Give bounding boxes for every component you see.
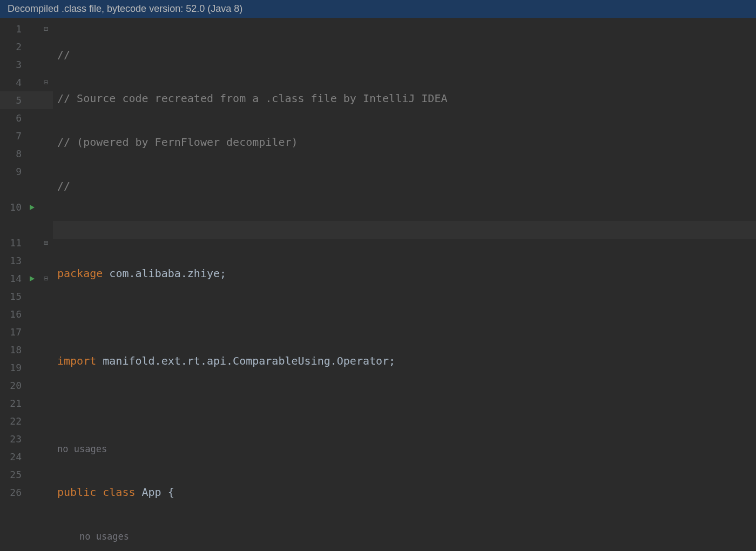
line-number: 4 — [0, 73, 25, 91]
code-line[interactable]: // Source code recreated from a .class f… — [53, 90, 756, 107]
code-line[interactable]: import manifold.ext.rt.api.ComparableUsi… — [53, 352, 756, 370]
line-number: 16 — [0, 305, 25, 323]
line-number: 14 — [0, 270, 25, 287]
line-number: 11 — [0, 234, 25, 252]
usage-inlay[interactable]: no usages — [53, 440, 756, 458]
line-number: 7 — [0, 127, 25, 145]
line-number: 24 — [0, 448, 25, 466]
line-number: 26 — [0, 483, 25, 501]
fold-toggle-icon[interactable]: ⊞ — [39, 234, 53, 252]
line-number-gutter: 1 2 3 4 5 6 7 8 9 10 11 13 14 15 16 17 1… — [0, 18, 25, 550]
line-number: 17 — [0, 323, 25, 341]
line-number: 22 — [0, 412, 25, 430]
svg-marker-1 — [30, 276, 35, 281]
line-number: 10 — [0, 198, 25, 216]
fold-toggle-icon[interactable]: ⊟ — [39, 270, 53, 287]
fold-gutter: ⊟ ⊟ ⊞ ⊟ — [39, 18, 53, 550]
line-number: 23 — [0, 430, 25, 448]
line-number: 13 — [0, 252, 25, 270]
line-number: 1 — [0, 20, 25, 38]
line-number: 20 — [0, 377, 25, 394]
line-number: 18 — [0, 341, 25, 359]
code-line[interactable]: // (powered by FernFlower decompiler) — [53, 133, 756, 151]
code-editor[interactable]: 1 2 3 4 5 6 7 8 9 10 11 13 14 15 16 17 1… — [0, 18, 756, 550]
code-line[interactable]: package com.alibaba.zhiye; — [53, 265, 756, 283]
line-number: 15 — [0, 287, 25, 305]
line-number: 21 — [0, 394, 25, 412]
run-icon[interactable] — [29, 276, 35, 282]
code-line[interactable] — [53, 396, 756, 414]
svg-marker-0 — [30, 205, 35, 210]
usage-inlay[interactable]: no usages — [53, 527, 756, 545]
code-area[interactable]: // // Source code recreated from a .clas… — [53, 18, 756, 550]
code-line[interactable]: public class App { — [53, 483, 756, 501]
code-line[interactable] — [53, 308, 756, 326]
line-number: 2 — [0, 38, 25, 56]
decompile-banner: Decompiled .class file, bytecode version… — [0, 0, 756, 18]
line-number: 25 — [0, 466, 25, 483]
fold-toggle-icon[interactable]: ⊟ — [39, 73, 53, 91]
run-icon[interactable] — [29, 204, 35, 211]
code-line[interactable]: // — [53, 46, 756, 64]
line-number: 3 — [0, 56, 25, 73]
code-line[interactable] — [53, 221, 756, 239]
line-number: 19 — [0, 359, 25, 377]
code-line[interactable]: // — [53, 177, 756, 195]
line-number: 5 — [0, 91, 25, 109]
line-number — [0, 216, 25, 234]
fold-toggle-icon[interactable]: ⊟ — [39, 20, 53, 38]
line-number: 8 — [0, 145, 25, 163]
line-number: 9 — [0, 163, 25, 180]
line-number: 6 — [0, 109, 25, 127]
line-number — [0, 180, 25, 198]
run-gutter — [25, 18, 39, 550]
